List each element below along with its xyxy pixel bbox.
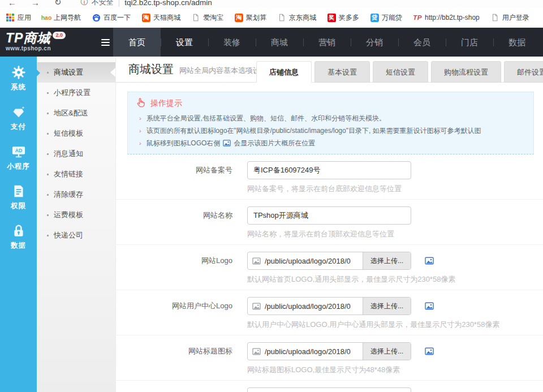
menu-toggle-icon[interactable] (97, 28, 113, 57)
nav-item[interactable]: 营销 (303, 28, 351, 57)
tab-基本设置[interactable]: 基本设置 (314, 61, 370, 83)
nav-item[interactable]: 设置 (161, 28, 208, 57)
side-menu-item[interactable]: 小程序设置 (37, 83, 115, 103)
bookmark-item[interactable]: 贷万能贷 (370, 13, 402, 23)
module-系统[interactable]: 系统 (0, 63, 37, 103)
bookmark-item[interactable]: 淘聚划算 (234, 13, 266, 23)
forward-icon[interactable]: → (31, 0, 40, 7)
url-text[interactable]: tqi2.b2c.tp-shop.cn/admin (124, 0, 212, 7)
bookmark-label: 上网导航 (54, 13, 81, 23)
svg-text:AD: AD (15, 148, 22, 153)
bullet-dot (47, 72, 49, 74)
field-label: 网站名称 (116, 206, 247, 239)
side-menu-item[interactable]: 地区&配送 (37, 103, 115, 123)
nav-item[interactable]: 会员 (398, 28, 446, 57)
dai-icon: 贷 (370, 13, 379, 22)
module-权限[interactable]: 权限 (0, 182, 37, 222)
bookmark-item[interactable]: hao上网导航 (42, 13, 81, 23)
module-小程序[interactable]: AD小程序 (0, 143, 37, 182)
nav-item[interactable]: 分销 (351, 28, 398, 57)
bookmark-item[interactable]: 京东商城 (277, 13, 316, 23)
side-menu-item[interactable]: 友情链接 (37, 164, 115, 184)
field-hint: 默认用户中心网站LOGO,用户中心通用头部显示，最佳显示尺寸为230*58像素 (247, 320, 499, 330)
bullet-dot (47, 153, 49, 155)
tab-店铺信息[interactable]: 店铺信息 (256, 61, 312, 83)
bookmark-label: 万能贷 (382, 13, 402, 23)
image-preview-icon[interactable] (425, 301, 434, 311)
choose-upload-button[interactable]: 选择上传... (363, 252, 411, 269)
reload-icon[interactable]: ↻ (54, 0, 62, 7)
bookmark-item[interactable]: 淘天猫商城 (141, 13, 180, 23)
jiang-icon: 奖 (327, 13, 336, 22)
side-menu-label: 商城设置 (54, 68, 83, 76)
upload-path: /public/upload/logo/2018/0 (265, 347, 363, 356)
bullet-dot (47, 133, 49, 135)
tab-购物流程设置[interactable]: 购物流程设置 (431, 61, 501, 83)
side-menu-item[interactable]: 清除缓存 (37, 184, 115, 205)
hand-pointer-icon (135, 97, 146, 111)
bookmark-label: 京东商城 (289, 13, 316, 23)
form-row: 网站用户中心Logo/public/upload/logo/2018/0选择上传… (116, 290, 543, 335)
logo-version-badge: 2.0 (53, 32, 66, 39)
side-menu-label: 清除缓存 (54, 190, 83, 199)
bookmark-label: 应用 (18, 13, 31, 23)
image-preview-icon[interactable] (425, 347, 434, 356)
side-menu-item[interactable]: 短信模板 (37, 123, 115, 144)
upload-input[interactable]: /public/upload/logo/2018/0选择上传... (247, 297, 411, 315)
module-支付[interactable]: 支付 (0, 103, 37, 143)
tab-邮件设置[interactable]: 邮件设置 (504, 61, 543, 83)
logo[interactable]: TP商城2.0 www.tpshop.cn (0, 28, 97, 57)
bookmark-label: 奖多多 (339, 13, 359, 23)
nav-item[interactable]: 门店 (446, 28, 493, 57)
side-menu-item[interactable]: 快递公司 (37, 225, 115, 245)
field-hint: 网站备案号，将显示在前台底部欢迎信息等位置 (247, 184, 411, 194)
module-数据[interactable]: 数据 (0, 222, 37, 261)
bullet-dot (47, 113, 49, 114)
tips-title: 操作提示 (150, 98, 182, 109)
taobao-icon: 淘 (234, 13, 243, 22)
bookmark-item[interactable]: 应用 (6, 13, 31, 23)
side-menu-item[interactable]: 运费模板 (37, 205, 115, 225)
body-row: 系统支付AD小程序权限数据 商城设置小程序设置地区&配送短信模板消息通知友情链接… (0, 57, 543, 392)
image-preview-icon[interactable] (425, 256, 434, 265)
field-label: 网站备案号 (116, 161, 247, 194)
upload-path: /public/upload/logo/2018/0 (265, 257, 363, 265)
nav-menu: 首页设置装修商城营销分销会员门店数据 (113, 28, 543, 57)
page-icon (490, 13, 499, 22)
upload-input[interactable]: /public/upload/logo/2018/0选择上传... (247, 342, 411, 360)
bookmark-item[interactable]: TPhttp://bb2t.tp-shop (413, 13, 480, 22)
field-label: 网站Logo (116, 252, 247, 285)
gear-icon (0, 63, 37, 81)
back-icon[interactable]: ← (8, 0, 16, 7)
bookmark-item[interactable]: 爱淘宝 (191, 13, 223, 23)
text-input[interactable] (247, 387, 411, 392)
nav-item[interactable]: 装修 (208, 28, 256, 57)
nav-item[interactable]: 首页 (113, 28, 161, 57)
hao-icon: hao (42, 13, 51, 22)
text-input[interactable] (247, 161, 411, 179)
side-menu-item[interactable]: 消息通知 (37, 144, 115, 164)
logo-title: TP商城 (6, 31, 50, 45)
choose-upload-button[interactable]: 选择上传... (363, 298, 411, 315)
upload-input[interactable]: /public/upload/logo/2018/0选择上传... (247, 252, 411, 270)
bullet-dot (47, 214, 49, 216)
side-menu-label: 消息通知 (54, 149, 83, 158)
field-label: 网站标题图标 (116, 342, 247, 375)
tab-短信设置[interactable]: 短信设置 (373, 61, 428, 83)
bookmark-item[interactable]: 奖奖多多 (327, 13, 359, 23)
image-gray-icon (252, 347, 261, 356)
bookmark-item[interactable]: 用户登录 (490, 13, 529, 23)
nav-item[interactable]: 数据 (493, 28, 541, 57)
bookmark-item[interactable]: 百度一下 (92, 13, 131, 23)
choose-upload-button[interactable]: 选择上传... (363, 343, 411, 360)
info-icon[interactable]: ⓘ (81, 0, 88, 7)
field-hint: 默认网站首页LOGO,通用头部显示，最佳显示尺寸为230*58像素 (247, 274, 455, 285)
side-menu-item[interactable]: 商城设置 (37, 62, 115, 83)
module-label: 权限 (0, 201, 37, 211)
module-label: 系统 (0, 83, 37, 92)
tp-icon: TP (413, 13, 422, 22)
page-title: 商城设置 (128, 62, 174, 77)
nav-item[interactable]: 商城 (256, 28, 303, 57)
tips-box: 操作提示 ›系统平台全局设置,包括基础设置、购物、短信、邮件、水印和分销等相关模… (127, 92, 534, 154)
text-input[interactable] (247, 206, 411, 225)
